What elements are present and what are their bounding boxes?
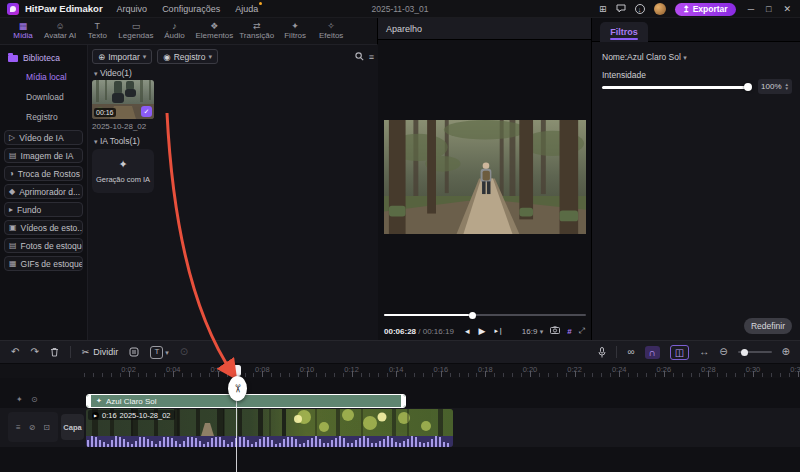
filter-track-visibility-icon[interactable]: ⊙ <box>31 395 38 404</box>
ruler-major-tick <box>218 371 219 377</box>
timeline-video-clip[interactable]: ▶ 0:16 2025-10-28_02 <box>86 409 453 447</box>
total-time: 00:16:19 <box>423 327 454 336</box>
track-adjust-icon[interactable]: ≡ <box>16 423 21 432</box>
waveform-bar <box>99 440 101 448</box>
sidebar-item-troca-de-rostos[interactable]: ◑Troca de Rostos <box>4 166 83 181</box>
clip-duration-badge: 00:16 <box>94 108 116 117</box>
sidebar-item-registro[interactable]: Registro <box>0 107 87 127</box>
intensity-value-box[interactable]: 100% ▲▼ <box>758 79 792 94</box>
link-clips-icon[interactable]: ∞ <box>627 347 634 357</box>
menu-configura-es[interactable]: Configurações <box>162 4 220 14</box>
waveform-bar <box>167 437 169 447</box>
waveform-bar <box>251 444 253 447</box>
ai-tools-section-header[interactable]: ▾ IA Tools(1) <box>94 136 140 146</box>
sidebar-item-fotos-de-estoque[interactable]: ▤Fotos de estoque <box>4 238 83 253</box>
stock-photo-icon: ▤ <box>9 241 17 250</box>
cover-button[interactable]: Capa <box>61 414 84 440</box>
tab-m-dia[interactable]: ▦Mídia <box>6 22 40 41</box>
split-button[interactable]: ✂ Dividir <box>82 347 119 357</box>
keyframe-toggle[interactable]: ◫ <box>670 345 689 360</box>
fit-timeline-icon[interactable]: ↔ <box>699 347 709 357</box>
titlebar-right: ⊞ ↓ ↥ Exportar ─ □ ✕ <box>599 0 800 18</box>
waveform-bar <box>223 440 225 447</box>
tab-filtros[interactable]: ✦Filtros <box>278 22 312 41</box>
sidebar-item-m-dia-local[interactable]: Mídia local <box>0 67 87 87</box>
sidebar-item-gifs-de-estoque[interactable]: ▦GIFs de estoque <box>4 256 83 271</box>
download-icon[interactable]: ↓ <box>635 4 645 14</box>
aspect-ratio-select[interactable]: 16:9 ▾ <box>522 327 543 336</box>
view-list-icon[interactable]: ≡ <box>369 52 374 62</box>
ai-section-label: IA Tools(1) <box>100 136 140 146</box>
menu-ajuda[interactable]: Ajuda <box>235 4 258 14</box>
tab-transi-o[interactable]: ⇄Transição <box>237 22 276 41</box>
library-label: Biblioteca <box>23 53 60 63</box>
redo-button[interactable]: ↷ <box>30 347 38 357</box>
tab-filtros[interactable]: Filtros <box>600 22 648 42</box>
menu-arquivo[interactable]: Arquivo <box>117 4 148 14</box>
snapshot-icon[interactable] <box>550 326 560 336</box>
sidebar-item-biblioteca[interactable]: Biblioteca <box>0 45 87 67</box>
user-avatar[interactable] <box>654 3 666 15</box>
zoom-out-button[interactable]: ⊖ <box>719 347 727 357</box>
app-name: HitPaw Edimakor <box>25 3 103 14</box>
track-lock-icon[interactable]: ⊡ <box>43 423 50 432</box>
filter-clip[interactable]: ✦ Azul Claro Sol <box>86 394 406 408</box>
sidebar-item-v-deo-de-ia[interactable]: ▷Vídeo de IA <box>4 130 83 145</box>
play-button[interactable]: ▶ <box>479 326 486 336</box>
sidebar-item-download[interactable]: Download <box>0 87 87 107</box>
filter-track-icon[interactable]: ✦ <box>16 395 23 404</box>
intensity-slider[interactable] <box>602 86 748 89</box>
tab-avatar-ai[interactable]: ☺Avatar AI <box>42 22 78 41</box>
track-mute-icon[interactable]: ⊘ <box>29 423 36 432</box>
timeline-zoom-slider[interactable] <box>738 351 772 353</box>
stepper-arrows[interactable]: ▲▼ <box>785 83 789 91</box>
reset-button[interactable]: Redefinir <box>744 318 792 334</box>
grid-toggle-icon[interactable]: # <box>567 327 571 336</box>
record-button[interactable]: ◉ Registro ▾ <box>157 49 218 64</box>
next-frame-button[interactable]: ▸❘ <box>495 327 504 335</box>
mic-record-button[interactable] <box>598 347 606 358</box>
quick-text-button[interactable]: T ▾ <box>150 346 169 359</box>
intensity-slider-handle[interactable] <box>744 83 752 91</box>
waveform-bar <box>415 437 417 447</box>
tab-efeitos[interactable]: ✧Efeitos <box>314 22 348 41</box>
sidebar-item-fundo[interactable]: ▸Fundo <box>4 202 83 217</box>
waveform-bar <box>87 440 89 447</box>
minimize-button[interactable]: ─ <box>748 4 754 14</box>
seek-handle[interactable] <box>469 312 476 319</box>
text-icon: T <box>95 22 101 31</box>
sidebar-item-aprimorador-d[interactable]: ◆Aprimorador d... <box>4 184 83 199</box>
magnet-snap-toggle[interactable]: ∩ <box>645 346 660 359</box>
clip-name: 2025-10-28_02 <box>120 411 171 420</box>
marker-button[interactable] <box>129 347 139 357</box>
playhead-handle[interactable] <box>233 365 241 376</box>
media-clip-thumbnail[interactable]: 00:16 ✓ <box>92 80 154 119</box>
filter-name[interactable]: Nome:Azul Claro Sol ▾ <box>602 52 687 62</box>
preview-video-frame[interactable] <box>384 120 586 234</box>
layout-icon[interactable]: ⊞ <box>599 5 607 14</box>
zoom-in-button[interactable]: ⊕ <box>782 347 790 357</box>
delete-button[interactable] <box>50 347 59 357</box>
export-button[interactable]: ↥ Exportar <box>675 3 736 16</box>
tab-elementos[interactable]: ❖Elementos <box>193 22 235 41</box>
sidebar-item-imagem-de-ia[interactable]: ▤Imagem de IA <box>4 148 83 163</box>
maximize-button[interactable]: □ <box>766 4 771 14</box>
ruler-major-tick <box>441 371 442 377</box>
feedback-icon[interactable] <box>616 4 626 15</box>
tab-legendas[interactable]: ▭Legendas <box>116 22 155 41</box>
search-icon[interactable] <box>355 52 364 61</box>
waveform-bar <box>259 439 261 447</box>
fullscreen-icon[interactable]: ⤢ <box>579 326 585 336</box>
video-section-header[interactable]: ▾ Video(1) <box>94 68 132 78</box>
import-button[interactable]: ⊕ Importar ▾ <box>92 49 152 64</box>
prev-frame-button[interactable]: ◂ <box>465 326 470 336</box>
close-button[interactable]: ✕ <box>783 4 791 14</box>
timeline-ruler[interactable]: 0:020:040:060:080:100:120:140:160:180:20… <box>0 364 800 378</box>
sidebar-item-v-deos-de-esto[interactable]: ▣Vídeos de esto... <box>4 220 83 235</box>
undo-button[interactable]: ↶ <box>11 347 19 357</box>
seek-bar[interactable] <box>384 314 586 316</box>
ai-generation-card[interactable]: ✦ Geração com IA <box>92 149 154 193</box>
zoom-slider-handle[interactable] <box>741 349 748 356</box>
tab-udio[interactable]: ♪Áudio <box>157 22 191 41</box>
tab-texto[interactable]: TTexto <box>80 22 114 41</box>
